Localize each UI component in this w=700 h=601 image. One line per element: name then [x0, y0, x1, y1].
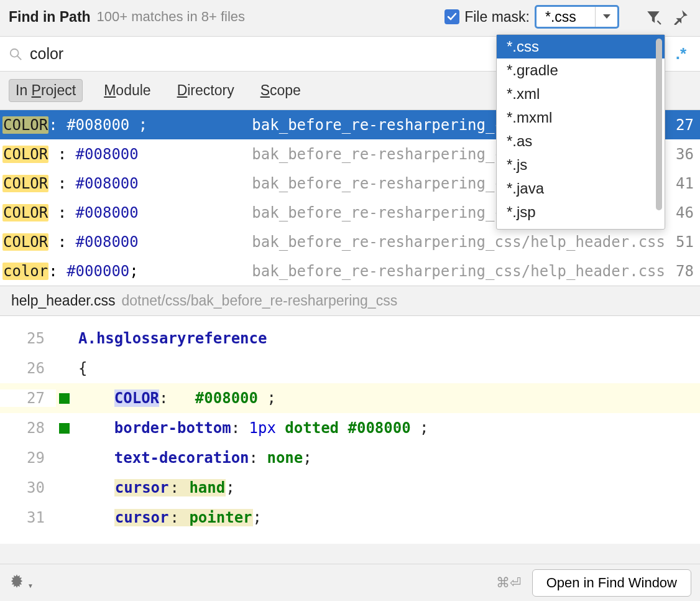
svg-point-0 — [11, 49, 19, 57]
dropdown-item[interactable]: *.jsp — [497, 200, 665, 224]
svg-line-1 — [17, 55, 21, 59]
file-mask-dropdown-arrow[interactable] — [595, 7, 617, 27]
dropdown-item[interactable]: *.gradle — [497, 58, 665, 82]
preview-path: dotnet/css/bak_before_re-resharpering_cs… — [122, 292, 398, 309]
file-mask-dropdown[interactable]: *.css*.gradle*.xml*.mxml*.as*.js*.java*.… — [496, 34, 665, 230]
open-in-find-window-button[interactable]: Open in Find Window — [532, 569, 691, 597]
tab-in-project[interactable]: In Project — [9, 79, 83, 102]
tab-scope[interactable]: Scope — [256, 80, 306, 101]
tab-directory[interactable]: Directory — [172, 80, 239, 101]
file-mask-checkbox[interactable] — [444, 9, 459, 24]
result-row[interactable]: COLOR : #008000bak_before_re-resharperin… — [0, 227, 700, 256]
filter-icon[interactable] — [643, 6, 664, 27]
regex-icon[interactable]: .* — [671, 44, 691, 63]
settings-gear-icon[interactable] — [9, 573, 25, 593]
dropdown-item[interactable]: *.java — [497, 177, 665, 200]
search-icon — [9, 47, 22, 61]
file-mask-select[interactable]: *.css — [535, 5, 619, 29]
dropdown-item[interactable]: *.xml — [497, 82, 665, 106]
dropdown-item[interactable]: *.as — [497, 129, 665, 153]
keyboard-hint: ⌘⏎ — [496, 575, 521, 591]
code-preview: 25A.hsglossaryreference 26{ 27 COLOR: #0… — [0, 316, 700, 544]
file-mask-label: File mask: — [464, 9, 530, 26]
file-mask-value[interactable]: *.css — [537, 7, 595, 27]
match-count: 100+ matches in 8+ files — [97, 9, 445, 25]
result-row[interactable]: color: #000000;bak_before_re-resharperin… — [0, 256, 700, 286]
pin-icon[interactable] — [670, 6, 691, 27]
dropdown-item[interactable]: *.css — [497, 35, 665, 58]
dropdown-item[interactable]: *.js — [497, 153, 665, 177]
tab-module[interactable]: Module — [99, 80, 155, 101]
dialog-title: Find in Path — [9, 9, 91, 26]
dropdown-item[interactable]: *.mxml — [497, 106, 665, 129]
preview-filename: help_header.css — [11, 292, 116, 309]
